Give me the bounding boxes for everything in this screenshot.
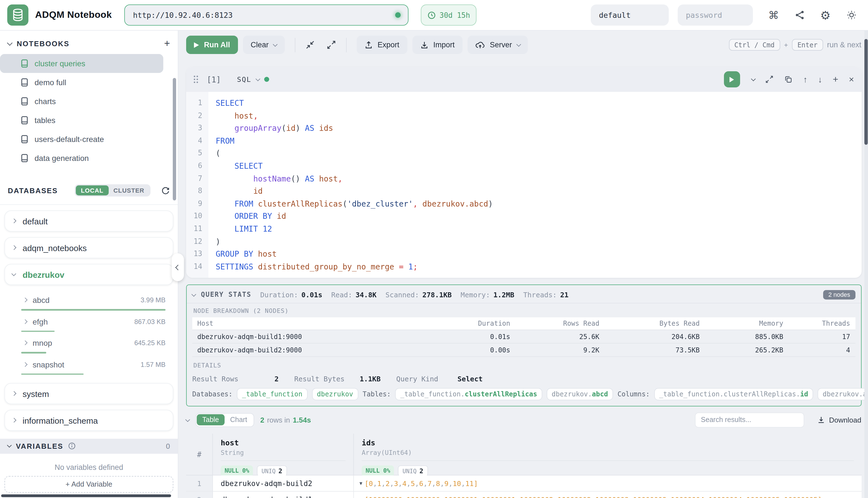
variables-count: 0 [166,442,170,450]
table-snapshot[interactable]: snapshot1.57 MB [4,356,170,373]
add-variable-button[interactable]: + Add Variable [4,476,173,493]
breakdown-cell: dbezrukov-adqm-build1:9000 [192,330,432,343]
line-number: 7 [186,172,208,185]
session-badge: 30d 15h [421,4,477,26]
chevron-down-icon[interactable] [751,76,755,81]
results-column-header-host[interactable]: host String NULL 0% UNIQ 2 [213,434,354,476]
tag-group-label: Tables: [362,391,391,398]
databases-header: DATABASES LOCAL CLUSTER [0,176,178,199]
toggle-local[interactable]: LOCAL [76,185,108,195]
sidebar-hscrollbar-thumb[interactable] [1,494,171,497]
toggle-cluster[interactable]: CLUSTER [108,185,149,195]
sidebar-item-label: tables [35,116,55,125]
run-all-button[interactable]: Run All [186,36,238,54]
table-mnop[interactable]: mnop645.25 KB [4,335,170,351]
adqm-notebook-app: ADQM Notebook 30d 15h ⌘ [0,0,868,498]
sidebar-item-demo-full[interactable]: demo full [0,73,178,92]
object-tag: _table_function.clusterAllReplicas.id [654,388,813,401]
database-information_schema[interactable]: information_schema [4,410,173,431]
main-area: Run All Clear [178,31,868,498]
clear-button[interactable]: Clear [243,36,285,54]
chevron-right-icon [12,391,16,396]
clock-icon [427,11,435,19]
sidebar-item-charts[interactable]: charts [0,92,178,111]
sidebar-collapse-handle[interactable] [172,253,184,281]
move-cell-down-icon[interactable]: ↓ [818,75,822,83]
database-default[interactable]: default [4,210,173,232]
username-input[interactable] [598,10,661,20]
chevron-down-icon [516,42,521,46]
sidebar-item-data-generation[interactable]: data generation [0,149,178,168]
breakdown-col-duration: Duration [432,318,515,330]
download-icon [817,416,825,424]
theme-toggle-icon[interactable] [846,10,856,20]
notebooks-list: cluster queriesdemo fullchartstablesuser… [0,54,178,168]
sidebar-scrollbar-thumb[interactable] [173,78,176,200]
refresh-icon[interactable] [161,186,170,195]
line-number: 3 [186,122,208,134]
stat-value: 34.8K [356,291,376,299]
duplicate-cell-icon[interactable] [784,75,792,83]
tag-group-label: Columns: [617,391,650,398]
close-cell-icon[interactable]: × [849,75,854,84]
sidebar-item-cluster-queries[interactable]: cluster queries [0,54,163,73]
search-results-input[interactable] [695,412,804,428]
database-adqm_notebooks[interactable]: adqm_notebooks [4,237,173,258]
databases-list: defaultadqm_notebooksdbezrukovabcd3.99 M… [0,205,178,431]
export-button[interactable]: Export [356,36,407,54]
sidebar-item-tables[interactable]: tables [0,111,178,130]
download-button[interactable]: Download [817,416,861,424]
results-column-header-ids[interactable]: ids Array(UInt64) NULL 0% UNIQ 2 [354,434,861,476]
shortcut-hint: Ctrl / Cmd + Enter run & next [729,39,861,51]
table-size-bar [21,373,84,375]
chevron-down-icon[interactable] [186,417,190,421]
chevron-down-icon[interactable] [7,40,13,45]
add-notebook-button[interactable]: + [164,38,170,49]
table-size-bar [21,330,55,332]
import-button[interactable]: Import [412,36,462,54]
page-scrollbar-thumb[interactable] [864,39,868,145]
database-system[interactable]: system [4,383,173,404]
cell-language-select[interactable]: SQL [237,75,269,83]
server-url-input[interactable] [132,10,395,20]
expand-cell-icon[interactable] [765,75,774,83]
add-cell-icon[interactable]: + [833,75,838,84]
line-number: 8 [186,185,208,197]
drag-handle-icon[interactable] [193,75,199,83]
database-dbezrukov[interactable]: dbezrukov [4,264,173,285]
kbd-ctrl-cmd: Ctrl / Cmd [729,39,780,51]
tab-table[interactable]: Table [197,415,225,425]
code-line: FROM clusterAllReplicas('dbez_cluster', … [216,198,861,210]
scope-toggle: LOCAL CLUSTER [75,184,151,197]
row-index: 1 [186,476,213,492]
detail-label: Result Bytes [294,375,345,383]
tab-chart[interactable]: Chart [225,415,253,425]
breakdown-col-bytes-read: Bytes Read [604,318,705,330]
tag-prefix: _table_function. [400,391,464,398]
stat-label: Scanned: [385,291,419,299]
run-cell-button[interactable] [724,71,740,88]
expand-all-icon[interactable] [326,40,336,50]
table-efgh[interactable]: efgh867.03 KB [4,313,170,330]
collapse-all-icon[interactable] [305,40,315,50]
chevron-right-icon [12,219,16,223]
collapse-array-icon[interactable]: ▼ [359,481,362,486]
move-cell-up-icon[interactable]: ↑ [803,75,807,83]
code-editor[interactable]: 1234567891011121314 SELECT host, groupAr… [186,92,861,278]
sidebar-item-users-default-create[interactable]: users-default-create [0,130,178,149]
share-icon[interactable] [794,10,804,20]
chevron-down-icon[interactable] [192,292,196,296]
password-input[interactable] [685,10,745,20]
tag-name: dbezrukov [317,391,353,398]
table-abcd[interactable]: abcd3.99 MB [4,292,170,309]
command-shortcuts-icon[interactable]: ⌘ [768,10,779,20]
info-icon[interactable] [68,442,76,450]
gear-icon[interactable]: ⚙ [820,9,831,21]
chevron-down-icon[interactable] [7,443,12,447]
detail-value: 1.1KB [360,375,381,383]
chevron-right-icon [12,246,16,250]
collapse-array-icon[interactable]: ▼ [359,497,362,498]
export-icon [364,40,372,49]
server-button[interactable]: Server [468,36,528,54]
line-number: 11 [186,223,208,235]
